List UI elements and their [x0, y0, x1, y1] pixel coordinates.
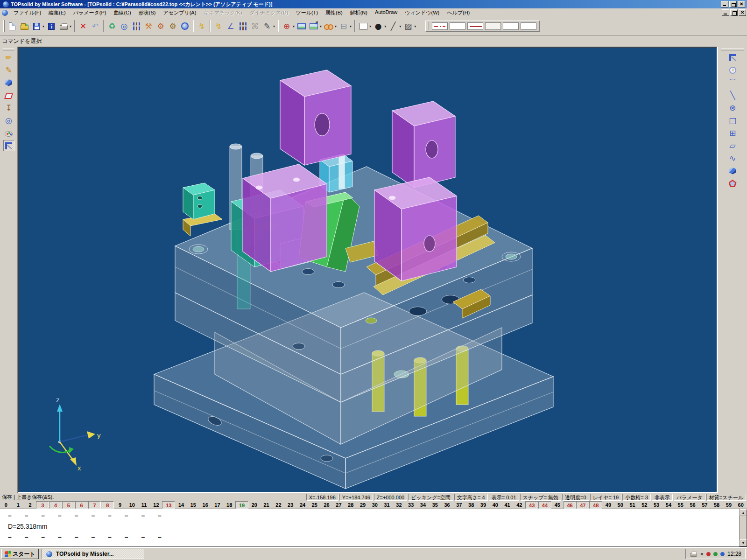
- recycle-bin-button[interactable]: ♻: [106, 21, 118, 32]
- view-image-button-dropdown[interactable]: ▾: [320, 24, 322, 28]
- axis-large-button[interactable]: ↯: [213, 21, 224, 32]
- alert-tray-icon[interactable]: [706, 552, 711, 556]
- scroll-down-button[interactable]: ▼: [740, 539, 747, 546]
- section-view-button-dropdown[interactable]: ▾: [350, 24, 352, 28]
- layer-button-18[interactable]: 18: [223, 501, 235, 509]
- layer-button-11[interactable]: 11: [138, 501, 150, 509]
- layer-button-0[interactable]: 0: [0, 501, 12, 509]
- layer-button-17[interactable]: 17: [211, 501, 224, 509]
- zoom-fit-button[interactable]: [296, 21, 307, 32]
- toolbar-grip[interactable]: [428, 22, 429, 30]
- output-text-area[interactable]: – – – – – – – – – –D=25.318mm– – – – – –…: [3, 509, 739, 546]
- style-swatch-0[interactable]: [432, 22, 448, 30]
- layer-button-16[interactable]: 16: [199, 501, 211, 509]
- layer-button-14[interactable]: 14: [175, 501, 187, 509]
- view-image-button[interactable]: [308, 21, 319, 32]
- annotate-pen-button-dropdown[interactable]: ▾: [273, 24, 275, 28]
- sketch-pen-icon[interactable]: ✏: [3, 52, 14, 63]
- view-glasses-button[interactable]: [323, 21, 334, 32]
- status-tray-icon[interactable]: [713, 552, 718, 556]
- print-button-dropdown[interactable]: ▾: [70, 24, 71, 28]
- open-file-button[interactable]: [19, 21, 30, 32]
- menu-item-11[interactable]: AutoDraw: [371, 8, 401, 17]
- measure-circle-icon[interactable]: ⊗: [727, 102, 738, 113]
- adjust-sliders-button[interactable]: [131, 21, 142, 32]
- view-glasses-button-dropdown[interactable]: ▾: [335, 24, 337, 28]
- section-cube-icon[interactable]: [727, 165, 738, 176]
- menu-item-12[interactable]: ウィンドウ(W): [401, 8, 443, 17]
- layer-button-49[interactable]: 49: [602, 501, 614, 509]
- save-button[interactable]: [31, 21, 42, 32]
- layer-button-54[interactable]: 54: [662, 501, 675, 509]
- layer-button-13[interactable]: 13: [162, 501, 175, 509]
- minimize-button[interactable]: [721, 1, 728, 7]
- layer-button-34[interactable]: 34: [417, 501, 429, 509]
- caliper-measure-icon[interactable]: [3, 140, 14, 151]
- hammer-tool-button[interactable]: ⚒: [143, 21, 154, 32]
- menu-item-2[interactable]: パラメータ(P): [70, 8, 110, 17]
- assembly-tools-button[interactable]: ⚙: [155, 21, 166, 32]
- point-style-button[interactable]: ●: [373, 21, 384, 32]
- menu-item-0[interactable]: ファイル(F): [10, 8, 45, 17]
- measure-plane-icon[interactable]: ▱: [727, 140, 738, 151]
- measure-rect-icon[interactable]: □: [727, 115, 738, 126]
- layer-button-44[interactable]: 44: [538, 501, 551, 509]
- style-swatch-3[interactable]: [485, 22, 501, 30]
- style-swatch-5[interactable]: [521, 22, 536, 30]
- layer-button-1[interactable]: 1: [12, 501, 24, 509]
- layer-button-46[interactable]: 46: [564, 501, 577, 509]
- layer-button-47[interactable]: 47: [576, 501, 589, 509]
- section-view-button[interactable]: ⊟: [338, 21, 349, 32]
- new-file-button[interactable]: [7, 21, 18, 32]
- layer-button-60[interactable]: 60: [735, 501, 747, 509]
- layer-button-37[interactable]: 37: [453, 501, 465, 509]
- layer-button-57[interactable]: 57: [698, 501, 711, 509]
- measure-frame-icon[interactable]: ⊞: [727, 127, 738, 139]
- scroll-up-button[interactable]: ▲: [740, 509, 747, 516]
- layer-button-43[interactable]: 43: [525, 501, 538, 509]
- network-tray-icon[interactable]: [720, 552, 725, 556]
- surface-edit-icon[interactable]: [3, 90, 14, 101]
- menu-item-4[interactable]: 形状(S): [135, 8, 160, 17]
- toolbar-grip[interactable]: [3, 49, 14, 50]
- layer-button-50[interactable]: 50: [614, 501, 627, 509]
- layer-button-5[interactable]: 5: [62, 501, 75, 509]
- layer-button-10[interactable]: 10: [126, 501, 138, 509]
- measure-clock-icon[interactable]: [727, 64, 738, 76]
- layer-button-56[interactable]: 56: [687, 501, 699, 509]
- toolbar-grip[interactable]: [3, 20, 5, 32]
- annotate-pen-button[interactable]: ✎: [261, 21, 273, 32]
- layer-button-51[interactable]: 51: [627, 501, 639, 509]
- layer-button-4[interactable]: 4: [49, 501, 62, 509]
- layer-button-9[interactable]: 9: [114, 501, 126, 509]
- zoom-in-button[interactable]: ⊕: [281, 21, 292, 32]
- toolbar-grip[interactable]: [721, 49, 744, 50]
- document-info-button[interactable]: [46, 21, 57, 32]
- layer-button-55[interactable]: 55: [675, 501, 687, 509]
- param-sliders-button[interactable]: [237, 21, 248, 32]
- mdi-close-button[interactable]: [739, 9, 746, 16]
- layer-button-36[interactable]: 36: [441, 501, 453, 509]
- taskbar-task-topsolid[interactable]: TOPsolid by Missler...: [42, 549, 144, 559]
- layer-button-52[interactable]: 52: [638, 501, 650, 509]
- sphere-view-button[interactable]: [179, 21, 190, 32]
- layer-button-20[interactable]: 20: [248, 501, 261, 509]
- mdi-restore-button[interactable]: [730, 9, 738, 16]
- layer-button-32[interactable]: 32: [393, 501, 405, 509]
- hatch-style-button[interactable]: ▨: [402, 21, 414, 32]
- measure-tape-button[interactable]: ◎: [119, 21, 130, 32]
- menu-item-9[interactable]: 属性(B): [322, 8, 346, 17]
- layer-button-58[interactable]: 58: [711, 501, 723, 509]
- layer-button-26[interactable]: 26: [321, 501, 333, 509]
- layer-button-33[interactable]: 33: [405, 501, 417, 509]
- layer-button-7[interactable]: 7: [88, 501, 101, 509]
- measure-tangent-icon[interactable]: ∿: [727, 153, 738, 164]
- layer-button-48[interactable]: 48: [589, 501, 602, 509]
- target-circles-icon[interactable]: ◎: [3, 115, 14, 126]
- zoom-in-button-dropdown[interactable]: ▾: [293, 24, 295, 28]
- layer-button-21[interactable]: 21: [261, 501, 273, 509]
- mdi-minimize-button[interactable]: [722, 9, 729, 16]
- grip-tool-button[interactable]: ⌘: [249, 21, 261, 32]
- layer-button-3[interactable]: 3: [36, 501, 49, 509]
- viewport-3d[interactable]: z y x: [18, 47, 718, 493]
